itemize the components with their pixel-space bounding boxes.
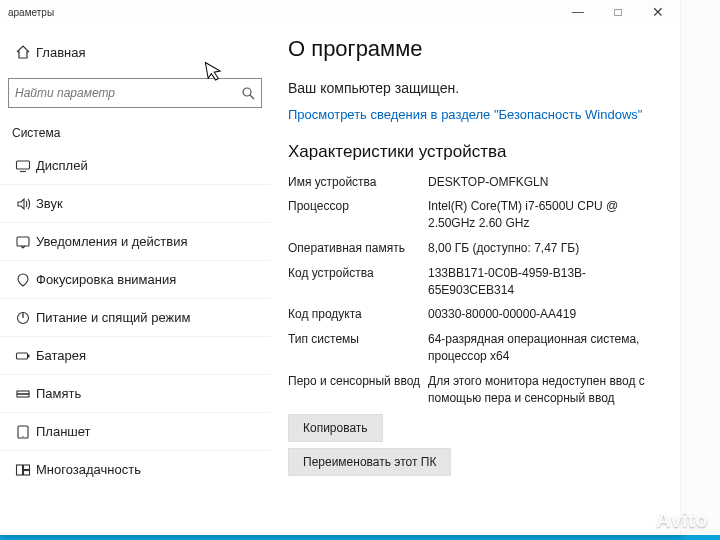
svg-point-12 — [22, 435, 23, 436]
sidebar-item-focus[interactable]: Фокусировка внимания — [0, 260, 270, 298]
sidebar-item-label: Звук — [36, 196, 63, 211]
sidebar-item-label: Питание и спящий режим — [36, 310, 190, 325]
spec-row: Перо и сенсорный вводДля этого монитора … — [288, 373, 662, 407]
maximize-button[interactable]: □ — [598, 0, 638, 24]
window-title: араметры — [8, 7, 54, 18]
sidebar-home-label: Главная — [36, 45, 85, 60]
svg-rect-15 — [24, 470, 30, 475]
spec-row: Тип системы64-разрядная операционная сис… — [288, 331, 662, 365]
sidebar-item-label: Фокусировка внимания — [36, 272, 176, 287]
close-button[interactable]: ✕ — [638, 0, 678, 24]
background-window-edge — [680, 0, 720, 535]
svg-rect-4 — [17, 237, 29, 246]
spec-key: Оперативная память — [288, 240, 428, 257]
rename-pc-button[interactable]: Переименовать этот ПК — [288, 448, 451, 476]
page-title: О программе — [288, 36, 662, 62]
sidebar-item-label: Память — [36, 386, 81, 401]
sidebar-item-multitask[interactable]: Многозадачность — [0, 450, 270, 488]
sidebar-item-battery[interactable]: Батарея — [0, 336, 270, 374]
spec-value: Intel(R) Core(TM) i7-6500U CPU @ 2.50GHz… — [428, 198, 662, 232]
spec-key: Код продукта — [288, 306, 428, 323]
specs-heading: Характеристики устройства — [288, 142, 662, 162]
sidebar-nav: Дисплей Звук Уведомления и действия Фоку… — [0, 146, 270, 535]
sidebar-item-label: Многозадачность — [36, 462, 141, 477]
spec-key: Имя устройства — [288, 174, 428, 191]
spec-key: Перо и сенсорный ввод — [288, 373, 428, 407]
sidebar-item-power[interactable]: Питание и спящий режим — [0, 298, 270, 336]
sidebar-item-label: Батарея — [36, 348, 86, 363]
sidebar: Главная Система Дисплей Звук — [0, 24, 270, 535]
svg-rect-13 — [17, 465, 23, 475]
svg-point-0 — [243, 88, 251, 96]
bag-icon — [628, 510, 650, 532]
spec-key: Тип системы — [288, 331, 428, 365]
watermark-text: Avito — [656, 509, 708, 532]
svg-rect-14 — [24, 465, 30, 470]
power-icon — [10, 310, 36, 326]
search-icon — [241, 86, 255, 100]
spec-row: Имя устройстваDESKTOP-OMFKGLN — [288, 174, 662, 191]
sound-icon — [10, 196, 36, 212]
content-area: О программе Ваш компьютер защищен. Просм… — [270, 24, 680, 535]
spec-value: 00330-80000-00000-AA419 — [428, 306, 662, 323]
svg-rect-2 — [17, 161, 30, 169]
spec-value: 133BB171-0C0B-4959-B13B-65E903CEB314 — [428, 265, 662, 299]
search-box[interactable] — [8, 78, 262, 108]
sidebar-item-sound[interactable]: Звук — [0, 184, 270, 222]
sidebar-home[interactable]: Главная — [0, 32, 270, 72]
security-link[interactable]: Просмотреть сведения в разделе "Безопасн… — [288, 106, 662, 124]
minimize-button[interactable]: — — [558, 0, 598, 24]
focus-icon — [10, 272, 36, 288]
spec-row: Код устройства133BB171-0C0B-4959-B13B-65… — [288, 265, 662, 299]
spec-key: Код устройства — [288, 265, 428, 299]
sidebar-item-display[interactable]: Дисплей — [0, 146, 270, 184]
avito-watermark: Avito — [628, 509, 708, 532]
sidebar-item-label: Уведомления и действия — [36, 234, 188, 249]
svg-rect-10 — [17, 394, 29, 397]
specs-list: Имя устройстваDESKTOP-OMFKGLN ПроцессорI… — [288, 174, 662, 407]
settings-window: араметры — □ ✕ Главная Система — [0, 0, 680, 535]
svg-rect-7 — [17, 353, 28, 359]
spec-value: 8,00 ГБ (доступно: 7,47 ГБ) — [428, 240, 662, 257]
svg-rect-8 — [28, 354, 30, 357]
titlebar: араметры — □ ✕ — [0, 0, 680, 24]
sidebar-item-label: Дисплей — [36, 158, 88, 173]
sidebar-section-label: Система — [0, 118, 270, 146]
spec-value: DESKTOP-OMFKGLN — [428, 174, 662, 191]
sidebar-item-tablet[interactable]: Планшет — [0, 412, 270, 450]
battery-icon — [10, 348, 36, 364]
spec-row: Оперативная память8,00 ГБ (доступно: 7,4… — [288, 240, 662, 257]
display-icon — [10, 158, 36, 174]
sidebar-item-label: Планшет — [36, 424, 91, 439]
protection-status: Ваш компьютер защищен. — [288, 80, 662, 96]
spec-value: Для этого монитора недоступен ввод с пом… — [428, 373, 662, 407]
sidebar-item-notifications[interactable]: Уведомления и действия — [0, 222, 270, 260]
spec-row: Код продукта00330-80000-00000-AA419 — [288, 306, 662, 323]
tablet-icon — [10, 424, 36, 440]
spec-value: 64-разрядная операционная система, проце… — [428, 331, 662, 365]
spec-key: Процессор — [288, 198, 428, 232]
sidebar-item-storage[interactable]: Память — [0, 374, 270, 412]
copy-button[interactable]: Копировать — [288, 414, 383, 442]
notify-icon — [10, 234, 36, 250]
spec-row: ПроцессорIntel(R) Core(TM) i7-6500U CPU … — [288, 198, 662, 232]
multitask-icon — [10, 462, 36, 478]
home-icon — [10, 44, 36, 60]
search-input[interactable] — [15, 86, 241, 100]
storage-icon — [10, 386, 36, 402]
svg-line-1 — [250, 95, 254, 99]
